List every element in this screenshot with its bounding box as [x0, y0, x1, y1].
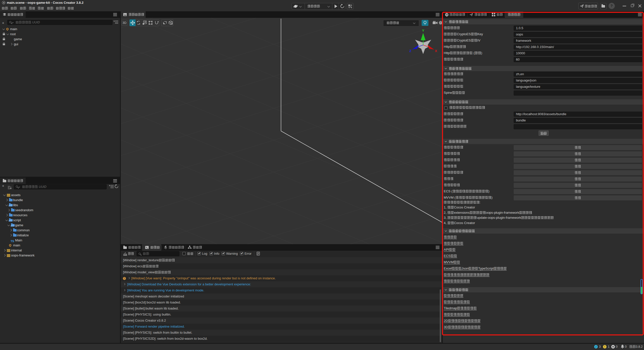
svg-text:X: X: [435, 49, 437, 53]
svg-text:Z: Z: [409, 49, 411, 53]
svg-text:Y: Y: [422, 29, 424, 32]
